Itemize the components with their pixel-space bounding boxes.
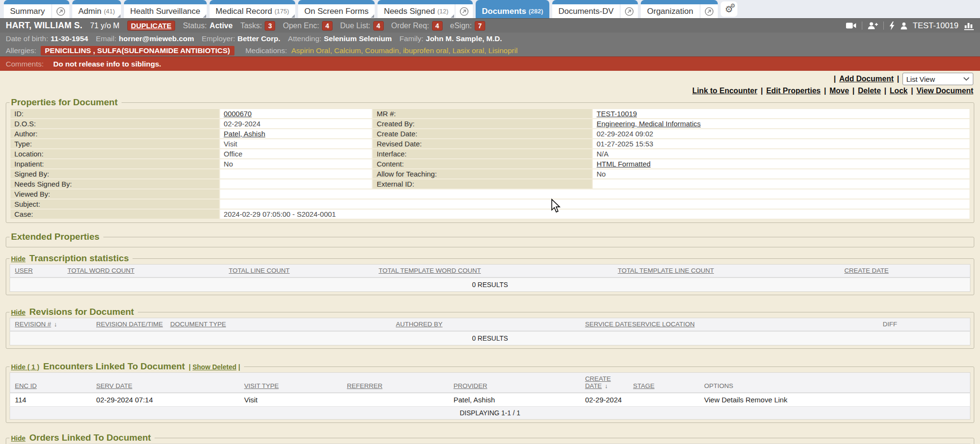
medications-label: Medications:: [245, 46, 287, 55]
bar-chart-icon[interactable]: [964, 22, 974, 30]
sort-desc-icon[interactable]: ↓: [54, 321, 57, 328]
tab-admin[interactable]: Admin(41): [72, 0, 121, 18]
tab-label: Health Surveillance: [130, 7, 200, 16]
tab-documents-dv-popout[interactable]: [621, 4, 638, 18]
column-header[interactable]: ENC ID: [15, 382, 37, 389]
open-in-new-icon: [56, 6, 66, 17]
tab-organization[interactable]: Organization: [641, 0, 717, 18]
column-header[interactable]: REVISION #: [15, 321, 51, 328]
section-title: Revisions for Document: [29, 307, 134, 317]
column-header[interactable]: TOTAL LINE COUNT: [229, 267, 290, 274]
allergies-label: Allergies:: [6, 46, 36, 55]
column-header[interactable]: TOTAL TEMPLATE LINE COUNT: [618, 267, 714, 274]
view-select[interactable]: List View: [902, 73, 973, 85]
view-document-link[interactable]: View Document: [916, 87, 973, 95]
hide-transcription-link[interactable]: Hide: [11, 255, 25, 263]
section-title: Encounters Linked To Document: [43, 361, 185, 372]
column-header[interactable]: SERVICE LOCATION: [632, 321, 695, 328]
column-header[interactable]: DOCUMENT TYPE: [170, 321, 226, 328]
tab-label: Summary: [10, 7, 45, 16]
hide-revisions-link[interactable]: Hide: [11, 309, 25, 316]
column-header[interactable]: SERV DATE: [96, 382, 132, 389]
tab-documents[interactable]: Documents(282): [476, 0, 549, 18]
tab-organization-popout[interactable]: [701, 4, 718, 18]
create-date: 02-29-2024: [583, 393, 631, 407]
enc-id: 114: [10, 393, 95, 407]
document-id-link[interactable]: 0000670: [224, 110, 252, 118]
person-icon[interactable]: [900, 22, 908, 30]
document-toolbar: | Add Document | List View Link to Encou…: [0, 73, 980, 95]
column-header[interactable]: STAGE: [633, 382, 655, 389]
hide-encounters-link[interactable]: Hide ( 1 ): [11, 363, 39, 371]
move-link[interactable]: Move: [829, 87, 849, 95]
chevron-down-icon: [963, 77, 969, 81]
tab-needs-signed[interactable]: Needs Signed(12): [378, 0, 473, 18]
show-deleted-link[interactable]: Show Deleted: [192, 363, 236, 371]
tab-summary[interactable]: Summary: [4, 0, 69, 18]
person-add-icon[interactable]: [868, 22, 878, 30]
sort-desc-icon[interactable]: ↓: [605, 382, 608, 389]
dropdown-corner-icon: [451, 14, 454, 18]
allergy-badge[interactable]: PENICILLINS , SULFA(SULFONAMIDE ANTIBIOT…: [41, 46, 234, 56]
column-header[interactable]: CREATE DATE: [845, 267, 889, 274]
tab-health-surveillance[interactable]: Health Surveillance: [124, 0, 206, 18]
created-by-link[interactable]: Engineering, Medical Informatics: [597, 120, 701, 128]
column-header[interactable]: TOTAL WORD COUNT: [67, 267, 134, 274]
table-row: Inpatient: No Content: HTML Formatted: [11, 159, 969, 168]
encounter-options[interactable]: View Details Remove Link: [702, 393, 970, 407]
revisions-table: REVISION #↓ REVISION DATE/TIME DOCUMENT …: [10, 318, 970, 345]
edit-properties-link[interactable]: Edit Properties: [766, 87, 821, 95]
tab-on-screen-forms[interactable]: On Screen Forms: [298, 0, 375, 18]
column-header[interactable]: TOTAL TEMPLATE WORD COUNT: [379, 267, 481, 274]
tab-documents-dv[interactable]: Documents-DV: [552, 0, 638, 18]
column-header[interactable]: REFERRER: [347, 382, 382, 389]
encounters-table: ENC ID SERV DATE VISIT TYPE REFERRER PRO…: [10, 372, 970, 420]
esign-count-badge[interactable]: 7: [475, 21, 485, 31]
tab-medical-record[interactable]: Medical Record(175): [210, 0, 295, 18]
delete-link[interactable]: Delete: [858, 87, 881, 95]
tab-label: Needs Signed: [384, 7, 435, 16]
mr-number-link[interactable]: TEST-10019: [597, 110, 637, 118]
tab-settings-button[interactable]: ⚙ ⚙: [721, 1, 737, 17]
results-count: 0 RESULTS: [10, 331, 970, 345]
counter-order-req: Order Req: 4: [391, 21, 443, 31]
gear-small-icon: ⚙: [730, 3, 735, 9]
patient-age-sex: 71 y/o M: [90, 22, 119, 30]
column-header[interactable]: USER: [15, 267, 33, 274]
family-doctor: Family:John M. Sample, M.D.: [400, 34, 502, 43]
chart-tab-bar: Summary Admin(41) Health Surveillance Me…: [0, 0, 980, 18]
lightning-bolt-icon[interactable]: [889, 22, 895, 30]
column-header[interactable]: AUTHORED BY: [396, 321, 443, 328]
provider: Patel, Ashish: [452, 393, 583, 407]
encounter-row[interactable]: 114 02-29-2024 07:14 Visit Patel, Ashish…: [10, 393, 970, 407]
hide-orders-link[interactable]: Hide: [11, 434, 25, 442]
comments-text: Do not release info to siblings.: [53, 60, 161, 68]
content-format-link[interactable]: HTML Formatted: [597, 160, 651, 168]
column-header[interactable]: PROVIDER: [454, 382, 488, 389]
stage: [631, 393, 702, 407]
table-row: Type: Visit Revised Date: 01-27-2025 15:…: [11, 139, 969, 148]
column-header[interactable]: VISIT TYPE: [244, 382, 278, 389]
dropdown-corner-icon: [117, 14, 121, 18]
section-title: Orders Linked To Document: [29, 433, 151, 443]
author-link[interactable]: Patel, Ashish: [224, 130, 266, 138]
tasks-count-badge[interactable]: 3: [265, 21, 275, 31]
visit-type: Visit: [242, 393, 345, 407]
open-enc-count-badge[interactable]: 4: [322, 21, 333, 31]
patient-header-actions: TEST-10019: [846, 21, 974, 31]
counter-open-enc: Open Enc: 4: [283, 21, 332, 31]
due-list-count-badge[interactable]: 4: [373, 21, 384, 31]
order-req-count-badge[interactable]: 4: [432, 21, 443, 31]
duplicate-badge[interactable]: DUPLICATE: [127, 21, 176, 31]
dropdown-corner-icon: [291, 14, 295, 18]
add-document-link[interactable]: Add Document: [839, 75, 894, 83]
column-header[interactable]: SERVICE DATE: [585, 321, 632, 328]
tab-needs-signed-popout[interactable]: [456, 4, 473, 18]
video-camera-icon[interactable]: [846, 22, 857, 29]
tab-summary-popout[interactable]: [52, 4, 69, 18]
link-to-encounter-link[interactable]: Link to Encounter: [692, 87, 757, 95]
column-header[interactable]: REVISION DATE/TIME: [96, 321, 163, 328]
medications-list[interactable]: Aspirin Oral, Calcium, Coumadin, ibuprof…: [291, 46, 518, 55]
lock-link[interactable]: Lock: [890, 87, 907, 95]
properties-for-document-section: Properties for Document ID: 0000670 MR #…: [6, 97, 974, 223]
